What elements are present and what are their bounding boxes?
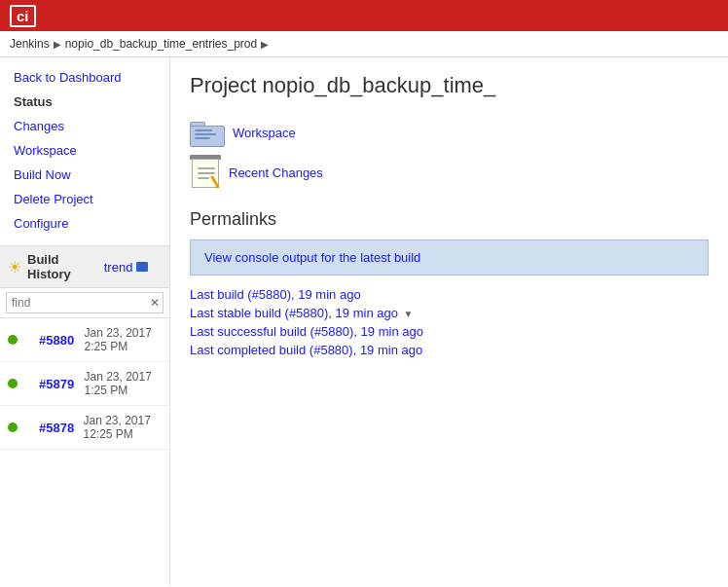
main-content: Project nopio_db_backup_time_ Workspace [170,57,728,585]
build-history-title: Build History [27,252,85,281]
dropdown-arrow-icon[interactable]: ▼ [404,309,414,319]
last-build-link[interactable]: Last build (#5880), 19 min ago [190,287,361,302]
breadcrumb-project[interactable]: nopio_db_backup_time_entries_prod [65,37,257,51]
workspace-icon-link: Workspace [190,118,709,147]
trend-minus-icon [136,262,148,272]
sidebar-item-build-now[interactable]: Build Now [0,163,169,187]
build-status-dot [8,422,18,432]
table-row: #5878 Jan 23, 2017 12:25 PM [0,406,169,450]
breadcrumb-sep-2: ▶ [261,39,269,50]
build-number[interactable]: #5880 [25,328,76,352]
gear-icon: ☀ [8,258,21,276]
breadcrumb: Jenkins ▶ nopio_db_backup_time_entries_p… [0,31,728,57]
recent-changes-link[interactable]: Recent Changes [229,165,323,180]
sidebar-item-status[interactable]: Status [0,90,169,114]
workspace-link[interactable]: Workspace [233,126,296,140]
layout: Back to Dashboard Status Changes Workspa… [0,57,728,585]
build-search-clear[interactable]: ✕ [150,296,160,310]
sidebar-item-configure[interactable]: Configure [0,211,169,236]
build-date: Jan 23, 2017 2:25 PM [84,326,162,353]
permalinks-section: Permalinks View console output for the l… [190,209,709,357]
page-title: Project nopio_db_backup_time_ [190,73,709,98]
build-number[interactable]: #5879 [25,372,76,396]
permalinks-title: Permalinks [190,209,709,230]
sidebar-item-workspace[interactable]: Workspace [0,138,169,163]
breadcrumb-jenkins[interactable]: Jenkins [10,37,50,51]
permalink-list: Last build (#5880), 19 min ago Last stab… [190,287,709,357]
ci-logo: ci [10,5,36,27]
build-history-header: ☀ Build History trend [0,246,169,288]
build-history: ☀ Build History trend ✕ #5880 Jan 23, 20… [0,245,169,450]
build-search-input[interactable] [6,292,164,313]
trend-link[interactable]: trend [91,255,162,279]
icon-links: Workspace Recent Changes [190,118,709,190]
build-date: Jan 23, 2017 12:25 PM [83,414,162,441]
breadcrumb-sep-1: ▶ [54,39,61,50]
recent-changes-icon-link: Recent Changes [190,155,709,190]
top-header: ci [0,0,728,31]
build-status-dot [8,335,18,345]
sidebar-item-delete-project[interactable]: Delete Project [0,187,169,211]
list-item: Last build (#5880), 19 min ago [190,287,709,302]
last-completed-build-link[interactable]: Last completed build (#5880), 19 min ago [190,343,422,357]
build-status-dot [8,379,18,388]
sidebar-item-back-to-dashboard[interactable]: Back to Dashboard [0,65,169,90]
table-row: #5879 Jan 23, 2017 1:25 PM [0,362,169,406]
trend-label: trend [104,260,133,275]
build-date: Jan 23, 2017 1:25 PM [84,370,162,397]
sidebar-item-changes[interactable]: Changes [0,114,169,138]
list-item: Last successful build (#5880), 19 min ag… [190,324,709,339]
list-item: Last completed build (#5880), 19 min ago [190,343,709,357]
list-item: Last stable build (#5880), 19 min ago ▼ [190,306,709,320]
notepad-icon [190,155,221,190]
sidebar: Back to Dashboard Status Changes Workspa… [0,57,170,585]
table-row: #5880 Jan 23, 2017 2:25 PM [0,318,169,362]
last-stable-build-link[interactable]: Last stable build (#5880), 19 min ago [190,306,398,320]
last-successful-build-link[interactable]: Last successful build (#5880), 19 min ag… [190,324,423,339]
build-number[interactable]: #5878 [25,416,75,440]
build-search: ✕ [0,288,169,318]
folder-icon [190,118,225,147]
console-output-button[interactable]: View console output for the latest build [190,239,709,275]
